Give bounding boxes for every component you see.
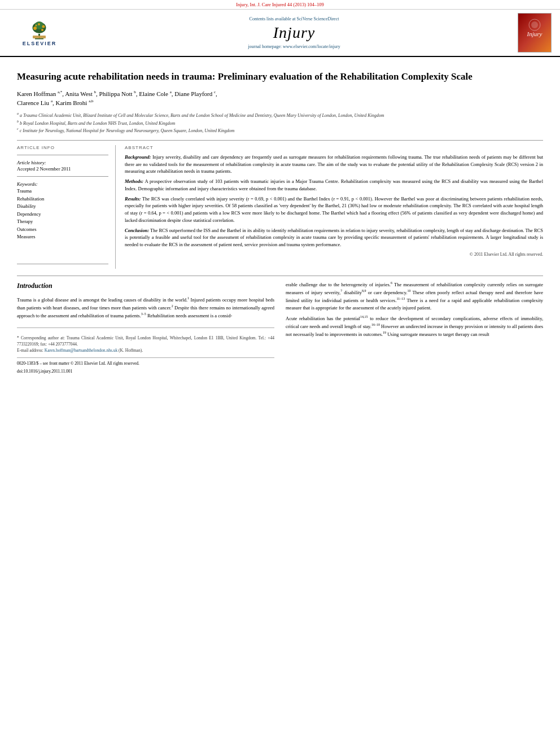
- svg-point-7: [36, 24, 37, 26]
- divider-info-1: [17, 155, 108, 155]
- page-footer: * Corresponding author at: Trauma Clinic…: [17, 327, 274, 354]
- svg-point-5: [42, 25, 45, 28]
- article-info-column: Article Info Article history: Accepted 2…: [17, 145, 116, 269]
- svg-point-14: [531, 21, 538, 28]
- journal-cover-image: Injury: [518, 13, 552, 53]
- main-content: Measuring acute rehabilitation needs in …: [0, 57, 560, 381]
- keyword-rehabilitation: Rehabilitation: [17, 195, 108, 203]
- intro-heading: Introduction: [17, 281, 274, 291]
- publisher-logo-area: ELSEVIER: [6, 13, 73, 53]
- svg-text:Injury: Injury: [527, 30, 542, 37]
- keywords-label: Keywords:: [17, 181, 108, 187]
- elsevier-logo: ELSEVIER: [23, 20, 57, 46]
- authors-line: Karen Hoffman a,*, Anita West b, Philipp…: [17, 89, 543, 108]
- author-email-link[interactable]: Karen.hoffman@bartsandthelondon.nhs.uk: [45, 348, 117, 353]
- abstract-background: Background: Injury severity, disability …: [125, 154, 543, 175]
- doi-note: doi:10.1016/j.injury.2011.11.001: [17, 368, 274, 375]
- footer-email-line: E-mail address: Karen.hoffman@bartsandth…: [17, 347, 274, 354]
- svg-rect-1: [35, 38, 43, 40]
- elsevier-tree-icon: [24, 20, 55, 40]
- affiliations: a a Trauma Clinical Academic Unit, Bliza…: [17, 111, 543, 134]
- divider-info-3: [17, 264, 108, 264]
- journal-header-center: Contents lists available at SciVerse Sci…: [73, 13, 515, 53]
- article-body: Article Info Article history: Accepted 2…: [17, 145, 543, 269]
- keyword-trauma: Trauma: [17, 187, 108, 195]
- intro-col-left: Introduction Trauma is a global disease …: [17, 281, 274, 375]
- journal-top-bar: Injury, Int. J. Care Injured 44 (2013) 1…: [0, 0, 560, 10]
- sciverse-link: Contents lists available at SciVerse Sci…: [250, 16, 339, 21]
- keywords-list: Trauma Rehabilitation Disability Depende…: [17, 187, 108, 241]
- abstract-column: Abstract Background: Injury severity, di…: [125, 145, 543, 269]
- license-doi-area: 0020-1383/$ – see front matter © 2011 El…: [17, 357, 274, 375]
- elsevier-text: ELSEVIER: [23, 41, 57, 46]
- keyword-measures: Measures: [17, 233, 108, 241]
- abstract-results: Results: The RCS was closely correlated …: [125, 195, 543, 224]
- history-label: Article history:: [17, 160, 108, 165]
- intro-col-right: erable challenge due to the heterogeneit…: [286, 281, 543, 375]
- keyword-dependency: Dependency: [17, 211, 108, 219]
- journal-homepage: journal homepage: www.elsevier.com/locat…: [248, 44, 340, 49]
- copyright-line: © 2011 Elsevier Ltd. All rights reserved…: [125, 252, 543, 257]
- keyword-therapy: Therapy: [17, 218, 108, 226]
- svg-point-4: [33, 27, 37, 30]
- license-note: 0020-1383/$ – see front matter © 2011 El…: [17, 360, 274, 367]
- article-title: Measuring acute rehabilitation needs in …: [17, 71, 543, 84]
- divider-info-2: [17, 176, 108, 177]
- journal-citation: Injury, Int. J. Care Injured 44 (2013) 1…: [236, 2, 324, 7]
- intro-p3: Acute rehabilitation has the potential14…: [286, 314, 543, 338]
- svg-point-8: [41, 29, 43, 31]
- journal-title: Injury: [273, 24, 315, 42]
- intro-p1: Trauma is a global disease and is amongs…: [17, 296, 274, 320]
- journal-header: ELSEVIER Contents lists available at Sci…: [0, 10, 560, 57]
- svg-point-6: [38, 23, 40, 25]
- abstract-conclusion: Conclusion: The RCS outperformed the ISS…: [125, 227, 543, 248]
- divider-1: [17, 140, 543, 141]
- keyword-outcomes: Outcomes: [17, 226, 108, 234]
- introduction-section: Introduction Trauma is a global disease …: [17, 281, 543, 375]
- cover-graphic: Injury: [518, 14, 551, 52]
- divider-2: [17, 276, 543, 276]
- sciverse-direct-link[interactable]: SciVerse ScienceDirect: [297, 16, 339, 21]
- keyword-disability: Disability: [17, 203, 108, 211]
- abstract-methods: Methods: A prospective observation study…: [125, 178, 543, 193]
- journal-cover: Injury: [515, 13, 554, 53]
- article-info-header: Article Info: [17, 145, 108, 150]
- intro-p2: erable challenge due to the heterogeneit…: [286, 281, 543, 312]
- accepted-date: Accepted 2 November 2011: [17, 166, 108, 172]
- corresponding-author: * Corresponding author at: Trauma Clinic…: [17, 335, 274, 348]
- abstract-header: Abstract: [125, 145, 543, 150]
